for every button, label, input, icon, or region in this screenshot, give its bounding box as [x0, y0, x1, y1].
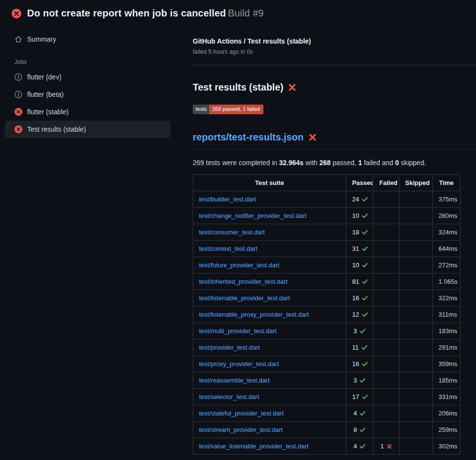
time-cell: 185ms [432, 372, 460, 389]
suite-link[interactable]: test/stream_provider_test.dart [199, 426, 283, 433]
suite-link[interactable]: test/listenable_provider_test.dart [199, 294, 290, 302]
col-skipped: Skipped [399, 175, 432, 191]
suite-link[interactable]: test/future_provider_test.dart [199, 261, 279, 269]
skipped-cell [399, 339, 432, 356]
check-icon [361, 344, 368, 351]
suite-link[interactable]: test/consumer_test.dart [199, 229, 265, 236]
col-test-suite: Test suite [193, 175, 346, 191]
sidebar: Summary Jobs flutter (dev) flutter (beta… [0, 24, 193, 138]
skipped-cell [399, 224, 432, 241]
skipped-cell [399, 356, 432, 372]
passed-cell: 18 [346, 224, 373, 241]
report-failed-x-icon [308, 133, 317, 141]
main-content: GitHub Actions / Test results (stable) f… [193, 24, 476, 460]
job-label: flutter (stable) [27, 108, 69, 116]
summary-text-segment: 32.964s [279, 159, 304, 167]
passed-cell: 10 [346, 208, 373, 224]
suite-cell: test/future_provider_test.dart [193, 257, 346, 274]
check-icon [362, 295, 368, 301]
sidebar-job-item[interactable]: flutter (stable) [5, 103, 170, 121]
check-icon [362, 262, 368, 268]
suite-link[interactable]: test/value_listenable_provider_test.dart [199, 443, 308, 450]
passed-count: 4 [353, 443, 357, 450]
suite-link[interactable]: test/stateful_provider_test.dart [199, 410, 284, 417]
summary-text-segment: skipped. [399, 159, 426, 167]
skipped-cell [399, 389, 432, 405]
skipped-cell [399, 208, 432, 224]
sidebar-summary-label: Summary [27, 35, 56, 43]
passed-cell: 4 [346, 438, 373, 455]
passed-cell: 24 [346, 191, 373, 208]
suite-link[interactable]: test/reassemble_test.dart [199, 377, 270, 384]
failed-cell: 1 [373, 438, 399, 455]
failed-cell [373, 389, 399, 405]
suite-cell: test/multi_provider_test.dart [193, 323, 346, 339]
sidebar-job-item[interactable]: flutter (beta) [5, 86, 170, 103]
time-cell: 206ms [432, 405, 460, 422]
skipped-cell [399, 274, 432, 290]
passed-cell: 17 [346, 389, 373, 405]
suite-cell: test/builder_test.dart [193, 191, 346, 208]
check-icon [359, 377, 366, 383]
job-failed-icon [15, 108, 22, 116]
summary-text-segment: passed, [331, 159, 358, 167]
failed-cell [373, 356, 399, 372]
suite-cell: test/listenable_provider_test.dart [193, 290, 346, 307]
table-row: test/listenable_proxy_provider_test.dart… [193, 307, 461, 323]
skipped-cell [399, 422, 432, 438]
suite-cell: test/context_test.dart [193, 241, 346, 257]
summary-text-segment: 268 [320, 159, 331, 167]
job-neutral-icon [15, 91, 22, 98]
failed-count: 1 [380, 443, 384, 450]
suite-link[interactable]: test/multi_provider_test.dart [199, 327, 276, 335]
home-icon [15, 35, 22, 43]
suite-cell: test/selector_test.dart [193, 389, 346, 405]
job-neutral-icon [15, 73, 22, 81]
suite-link[interactable]: test/listenable_proxy_provider_test.dart [199, 311, 309, 318]
check-icon [359, 427, 366, 433]
sidebar-job-item[interactable]: flutter (dev) [5, 68, 170, 86]
sidebar-job-item[interactable]: Test results (stable) [5, 121, 170, 138]
col-failed: Failed [373, 175, 399, 191]
time-cell: 322ms [432, 290, 460, 307]
passed-cell: 16 [346, 290, 373, 307]
suite-link[interactable]: test/inherited_provider_test.dart [199, 278, 288, 285]
failed-cell [373, 224, 399, 241]
suite-link[interactable]: test/context_test.dart [199, 245, 258, 252]
failed-cell [373, 241, 399, 257]
badge-label: tests [193, 105, 209, 114]
table-row: test/reassemble_test.dart 3 185ms [193, 372, 461, 389]
skipped-cell [399, 323, 432, 339]
suite-link[interactable]: test/proxy_provider_test.dart [199, 360, 279, 368]
skipped-cell [399, 438, 432, 455]
table-row: test/inherited_provider_test.dart 81 1.0… [193, 274, 461, 290]
passed-cell: 4 [346, 405, 373, 422]
failed-cell [373, 274, 399, 290]
passed-count: 3 [353, 327, 357, 335]
passed-count: 31 [352, 245, 359, 252]
table-row: test/future_provider_test.dart 10 272ms [193, 257, 461, 274]
divider [193, 65, 476, 65]
sidebar-item-summary[interactable]: Summary [5, 31, 170, 48]
report-title: reports/test-results.json [193, 132, 476, 149]
table-row: test/change_notifier_provider_test.dart … [193, 208, 461, 224]
breadcrumb: GitHub Actions / Test results (stable) [193, 37, 461, 45]
passed-cell: 81 [346, 274, 373, 290]
time-cell: 311ms [432, 307, 460, 323]
run-title: Do not create report when job is cancell… [27, 8, 264, 19]
failed-cell [373, 339, 399, 356]
table-row: test/listenable_provider_test.dart 16 32… [193, 290, 461, 307]
table-row: test/proxy_provider_test.dart 16 359ms [193, 356, 461, 372]
suite-link[interactable]: test/selector_test.dart [199, 393, 259, 400]
col-passed: Passed [346, 175, 373, 191]
table-row: test/value_listenable_provider_test.dart… [193, 438, 461, 455]
report-file-link[interactable]: reports/test-results.json [193, 132, 304, 143]
suite-link[interactable]: test/change_notifier_provider_test.dart [199, 212, 307, 219]
suite-link[interactable]: test/builder_test.dart [199, 196, 256, 203]
passed-count: 12 [352, 311, 359, 318]
suite-link[interactable]: test/provider_test.dart [199, 344, 260, 351]
table-row: test/provider_test.dart 11 291ms [193, 339, 461, 356]
run-status-line: failed 5 hours ago in 0s [193, 48, 461, 55]
time-cell: 259ms [432, 422, 460, 438]
suite-cell: test/listenable_proxy_provider_test.dart [193, 307, 346, 323]
